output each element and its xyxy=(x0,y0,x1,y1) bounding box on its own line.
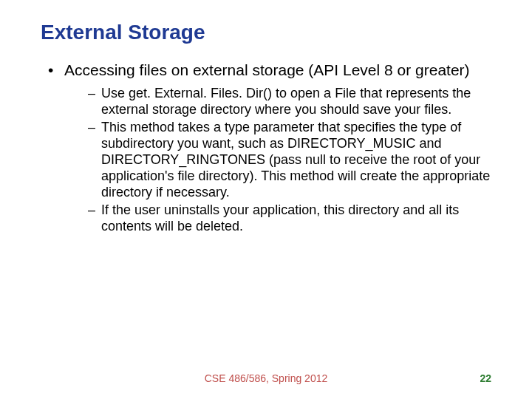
dash-item: Use get. External. Files. Dir() to open … xyxy=(88,86,491,118)
footer-text: CSE 486/586, Spring 2012 xyxy=(0,372,532,384)
page-number: 22 xyxy=(480,372,491,384)
main-bullet-list: Accessing files on external storage (API… xyxy=(41,61,491,235)
sub-dash-list: Use get. External. Files. Dir() to open … xyxy=(64,86,491,235)
bullet-item: Accessing files on external storage (API… xyxy=(48,61,491,235)
dash-item: If the user uninstalls your application,… xyxy=(88,202,491,235)
slide-title: External Storage xyxy=(41,21,491,44)
dash-item: This method takes a type parameter that … xyxy=(88,120,491,201)
bullet-text: Accessing files on external storage (API… xyxy=(64,61,470,78)
